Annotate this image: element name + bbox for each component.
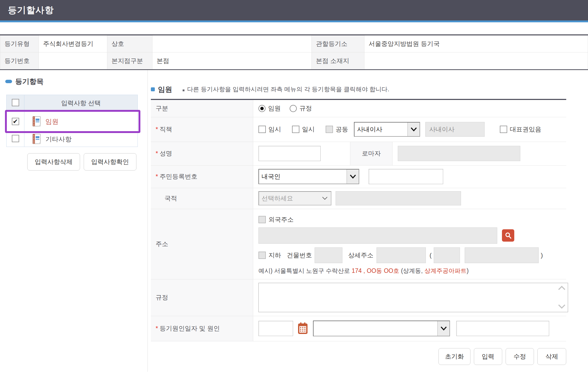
imsi-checkbox[interactable] bbox=[258, 126, 266, 133]
gukjeok-label: 국적 bbox=[165, 194, 177, 203]
cause-detail-field[interactable] bbox=[456, 321, 549, 336]
confirm-items-button[interactable]: 입력사항확인 bbox=[84, 153, 136, 171]
gubun-gyujeong-radio-label: 규정 bbox=[299, 104, 312, 113]
imwon-checkbox[interactable]: ✔ bbox=[12, 118, 19, 125]
resident-number-field[interactable] bbox=[369, 169, 443, 184]
cause-select[interactable] bbox=[313, 321, 450, 336]
position-select-value: 사내이사 bbox=[354, 123, 407, 136]
sidebar-item-gitasahang-label: 기타사항 bbox=[45, 135, 72, 144]
page-title: 등기할사항 bbox=[8, 4, 54, 16]
item-selection-table: 입력사항 선택 ✔ bbox=[6, 95, 138, 147]
selection-table-header: 입력사항 선택 bbox=[7, 95, 138, 111]
gyujeong-label: 규정 bbox=[156, 293, 168, 302]
paren-open: ( bbox=[430, 252, 432, 259]
select-all-checkbox[interactable] bbox=[12, 99, 19, 106]
officer-form: 구분 임원 규정 * 직책 임시 bbox=[151, 99, 566, 341]
address-search-button[interactable] bbox=[502, 229, 514, 242]
basement-checkbox-label: 지하 bbox=[268, 251, 281, 259]
chevron-down-icon bbox=[319, 192, 331, 205]
gongdong-checkbox[interactable] bbox=[326, 126, 333, 133]
nationality-type-select[interactable]: 내국인 bbox=[258, 169, 359, 184]
reg-number-value bbox=[39, 52, 107, 70]
chevron-down-icon bbox=[437, 321, 449, 336]
notebook-icon bbox=[31, 116, 41, 127]
foreign-address-checkbox-label: 외국주소 bbox=[268, 215, 294, 224]
foreign-address-checkbox[interactable] bbox=[258, 216, 266, 223]
selection-header-label: 입력사항 선택 bbox=[24, 95, 138, 111]
gitasahang-checkbox[interactable] bbox=[12, 135, 19, 142]
address-field[interactable] bbox=[258, 227, 497, 244]
form-section-title: 임원 bbox=[158, 85, 172, 94]
paren-close: ) bbox=[541, 252, 543, 259]
cause-select-value bbox=[314, 321, 437, 336]
ilsi-checkbox-label: 일시 bbox=[302, 125, 315, 134]
input-button[interactable]: 입력 bbox=[474, 348, 502, 365]
regulation-textarea[interactable] bbox=[258, 283, 568, 312]
dong-field[interactable] bbox=[434, 247, 460, 263]
required-marker: * bbox=[156, 173, 158, 180]
header-accent-line bbox=[0, 20, 588, 22]
delete-button[interactable]: 삭제 bbox=[537, 348, 566, 365]
basement-checkbox[interactable] bbox=[258, 252, 266, 259]
table-row: 등기번호 본지점구분 본점 본점 소재지 bbox=[0, 52, 588, 70]
head-office-value bbox=[364, 52, 588, 70]
section-bullet-icon bbox=[151, 87, 155, 91]
section-bullet-icon bbox=[5, 80, 12, 83]
romaja-field[interactable] bbox=[398, 146, 520, 161]
sidebar-item-gitasahang[interactable]: 기타사항 bbox=[7, 131, 138, 147]
table-row: 등기유형 주식회사변경등기 상호 관할등기소 서울중앙지방법원 등기국 bbox=[0, 35, 588, 52]
gubun-imwon-radio[interactable] bbox=[258, 105, 266, 112]
registration-page: 등기할사항 등기유형 주식회사변경등기 상호 관할등기소 서울중앙지방법원 등기… bbox=[0, 0, 588, 372]
country-field[interactable] bbox=[336, 191, 461, 205]
reg-type-label: 등기유형 bbox=[0, 35, 39, 52]
daepyo-checkbox[interactable] bbox=[500, 126, 507, 133]
head-office-label: 본점 소재지 bbox=[312, 52, 364, 70]
daepyo-checkbox-label: 대표권있음 bbox=[510, 125, 541, 134]
detail-address-field[interactable] bbox=[377, 247, 426, 263]
jumin-label: 주민등록번호 bbox=[160, 172, 197, 181]
ilsi-checkbox[interactable] bbox=[292, 126, 299, 133]
country-select[interactable]: 선택하세요 bbox=[258, 191, 331, 205]
building-number-field[interactable] bbox=[315, 247, 342, 263]
scroll-down-icon[interactable] bbox=[558, 303, 566, 310]
scroll-up-icon[interactable] bbox=[558, 285, 566, 292]
name-field[interactable] bbox=[258, 146, 321, 161]
building-number-label: 건물번호 bbox=[287, 251, 312, 259]
reg-number-label: 등기번호 bbox=[0, 52, 39, 70]
position-select[interactable]: 사내이사 bbox=[354, 122, 420, 137]
required-marker: * bbox=[156, 325, 158, 332]
note-bullet-icon bbox=[183, 89, 184, 91]
gubun-label: 구분 bbox=[156, 104, 168, 113]
company-name-label: 상호 bbox=[107, 35, 152, 52]
page-header: 등기할사항 bbox=[0, 0, 588, 20]
registry-office-value: 서울중앙지방법원 등기국 bbox=[364, 35, 588, 52]
calendar-icon[interactable] bbox=[297, 322, 308, 335]
registry-office-label: 관할등기소 bbox=[312, 35, 364, 52]
branch-type-value: 본점 bbox=[152, 52, 312, 70]
chevron-down-icon bbox=[347, 169, 359, 184]
registration-items-sidebar: 등기항목 입력사항 선택 ✔ bbox=[0, 70, 148, 372]
jikchaek-label: 직책 bbox=[160, 125, 172, 134]
notebook-icon bbox=[31, 134, 41, 145]
address-example-text: 예시) 서울특별시 노원구 수락산로 174 , OO동 OO호 (상계동, 상… bbox=[258, 267, 469, 275]
detail-address-label: 상세주소 bbox=[348, 251, 373, 259]
chevron-down-icon bbox=[407, 123, 420, 136]
delete-items-button[interactable]: 입력사항삭제 bbox=[27, 153, 80, 171]
gubun-imwon-radio-label: 임원 bbox=[268, 104, 281, 113]
country-select-placeholder: 선택하세요 bbox=[259, 192, 319, 205]
sidebar-item-imwon-label: 임원 bbox=[45, 117, 59, 126]
required-marker: * bbox=[156, 126, 158, 133]
sidebar-item-imwon[interactable]: ✔ bbox=[7, 111, 138, 131]
romaja-label: 로마자 bbox=[350, 142, 393, 165]
officer-form-area: 임원 다른 등기사항을 입력하시려면 좌측 메뉴의 각 등기항목을 클릭해야 합… bbox=[148, 70, 588, 372]
required-marker: * bbox=[156, 150, 158, 157]
nationality-type-select-value: 내국인 bbox=[259, 169, 347, 184]
gubun-gyujeong-radio[interactable] bbox=[290, 105, 297, 112]
cause-date-field[interactable] bbox=[258, 321, 293, 336]
edit-button[interactable]: 수정 bbox=[506, 348, 534, 365]
reference-field[interactable] bbox=[465, 247, 539, 263]
position-name-field[interactable]: 사내이사 bbox=[425, 122, 485, 137]
check-icon: ✔ bbox=[13, 118, 18, 125]
gongdong-checkbox-label: 공동 bbox=[336, 125, 348, 134]
reset-button[interactable]: 초기화 bbox=[438, 348, 470, 365]
